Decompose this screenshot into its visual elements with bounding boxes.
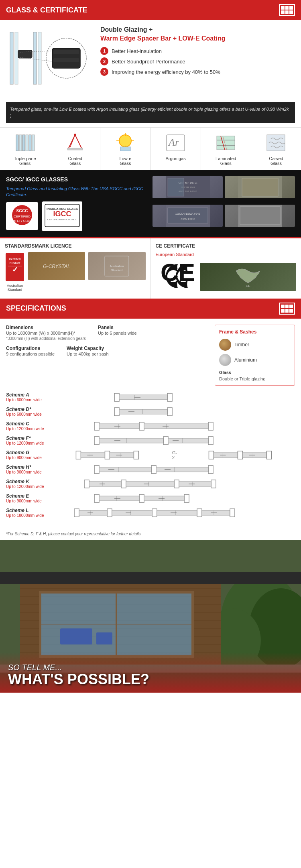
carved-label: CarvedGlass [269,156,283,166]
svg-rect-99 [105,451,110,459]
svg-text:Ar: Ar [168,136,179,148]
cert-grid: SGCC/ IGCC GLASSES Tempered Glass and In… [6,176,295,231]
svg-rect-148 [107,509,112,517]
standards-images: Certified Product ✓ AustralianStandard G… [5,252,146,292]
glazing-image-area [6,26,94,96]
svg-rect-4 [38,32,41,84]
cert-photo-3: 1GCC4/1GMA #243 ASTM E2190 [153,205,223,227]
specs-top-row: Dimensions Up to 18000mm (W) x 3000mm(H)… [6,325,207,341]
glazing-title-main: Double Glazing + [100,26,295,33]
svg-rect-82 [144,424,208,429]
standards-title: STANDARDSMARK LICENCE [5,243,146,249]
ce-symbol: CE [156,260,196,294]
scheme-a-label-area: Scheme A Up to 6000mm wide [6,392,54,402]
scheme-f-diagram [54,435,295,446]
scheme-d-width: Up to 6000mm wide [6,412,54,417]
svg-rect-144 [74,509,79,517]
dimensions-value: Up to 18000mm (W) x 3000mm(H)* [6,330,86,336]
scheme-row-e: Scheme E Up to 9000mm wide [6,493,295,504]
svg-rect-113 [94,466,99,474]
glazing-info: Double Glazing + Warm Edge Spacer Bar + … [0,20,301,102]
scheme-h-width: Up to 9000mm wide [6,470,54,474]
specs-section: SPECIFICATIONS Dimensions Up to 18000mm … [0,299,301,540]
svg-rect-108 [238,451,243,459]
scheme-e-diagram [54,493,295,504]
svg-rect-85 [208,422,213,430]
scheme-c-name: Scheme C [6,421,54,427]
glazing-illustration [6,26,90,94]
weight-group: Weight Capacity Up to 400kg per sash [67,346,109,357]
specs-mid-row: Configurations 9 configurations possible… [6,346,207,357]
svg-rect-94 [208,437,213,445]
specs-header: SPECIFICATIONS [0,299,301,319]
ce-area: CE CE [156,260,297,294]
glazing-note: Tempered glass, one-lite Low E coated wi… [6,102,295,123]
svg-rect-118 [156,467,208,472]
svg-rect-14 [26,135,28,151]
scheme-k-diagram [54,478,295,490]
standards-photo-1: G-CRYSTAL [28,252,85,280]
specs-right: Frame & Sashes Timber Aluminium Glass Do… [215,325,295,386]
photo-text-bottom: WHAT'S POSSIBLE? [8,672,149,687]
cert-photo-2 [225,176,295,198]
g2-label: G-2 [172,450,177,460]
svg-rect-153 [157,510,197,515]
svg-rect-29 [217,136,235,150]
benefit-2: 2Better Soundproof Performance [100,57,295,65]
scheme-f-label-area: Scheme F* Up to 12000mm wide [6,435,54,445]
svg-text:Standard: Standard [111,269,123,272]
glass-spec-label: Glass [219,370,291,375]
standards-left: STANDARDSMARK LICENCE Certified Product … [0,238,151,299]
scheme-g-name: Scheme G [6,450,54,455]
svg-rect-55 [240,207,280,225]
scheme-l-width: Up to 18000mm wide [6,513,54,518]
scheme-row-l: Scheme L Up to 18000mm wide [6,507,295,518]
glass-spec-value: Double or Triple glazing [219,376,291,381]
svg-text:G-CRYSTAL: G-CRYSTAL [43,264,70,269]
frame-sashes-title: Frame & Sashes [219,329,291,335]
standards-right: CE CERTIFICATE European Standard CE CE [151,238,301,299]
aus-cert-badge: Certified Product ✓ AustralianStandard [5,252,25,292]
scheme-g-width: Up to 9000mm wide [6,455,54,460]
cert-section: SGCC/ IGCC GLASSES Tempered Glass and In… [0,170,301,237]
svg-rect-127 [126,482,174,486]
svg-rect-11 [16,135,18,151]
ce-photo: CE [200,263,297,291]
svg-rect-87 [99,438,163,443]
coated-icon [63,132,87,154]
lowe-icon [113,132,137,154]
glass-cert-header: GLASS & CERTIFICATE [0,0,301,20]
scheme-d-label-area: Scheme D* Up to 6000mm wide [6,407,54,417]
svg-text:CE: CE [246,284,250,288]
cert-photos: Vitro Tec Glass 16 CFR 1201 ANSI Z97.1-2… [153,176,295,231]
svg-rect-160 [230,509,235,517]
dimensions-note: *3300mm (H) with additional extension ge… [6,336,86,341]
scheme-k-width: Up to 12000mm wide [6,484,54,489]
footnote: *For Scheme D, F & H, please contact you… [0,528,301,540]
svg-rect-12 [19,135,22,151]
dimensions-group: Dimensions Up to 18000mm (W) x 3000mm(H)… [6,325,86,341]
svg-rect-7 [53,50,79,54]
svg-rect-13 [22,135,25,151]
svg-rect-178 [0,572,301,584]
scheme-c-width: Up to 12000mm wide [6,427,54,431]
glass-type-coated: CoatedGlass [50,128,100,170]
configurations-label: Configurations [6,346,55,351]
specs-icon [279,303,295,315]
glass-type-carved: CarvedGlass [251,128,301,170]
scheme-f-name: Scheme F* [6,435,54,441]
glass-type-argon: Ar Argon gas [151,128,201,170]
aluminium-item: Aluminium [219,354,291,366]
svg-rect-104 [209,451,214,459]
sgcc-igcc-subtitle: Tempered Glass and Insulating Glass With… [6,186,148,198]
glass-cert-section: GLASS & CERTIFICATE [0,0,301,299]
svg-rect-51 [168,208,208,223]
svg-rect-26 [120,147,130,151]
carved-icon [264,132,288,154]
scheme-k-name: Scheme K [6,479,54,484]
glazing-title-sub: Warm Edge Spacer Bar + LOW-E Coating [100,35,295,42]
cert-left: SGCC/ IGCC GLASSES Tempered Glass and In… [6,176,148,231]
photo-section: SO TELL ME... WHAT'S POSSIBLE? [0,540,301,693]
svg-rect-156 [197,509,202,517]
scheme-l-diagram [54,507,295,518]
